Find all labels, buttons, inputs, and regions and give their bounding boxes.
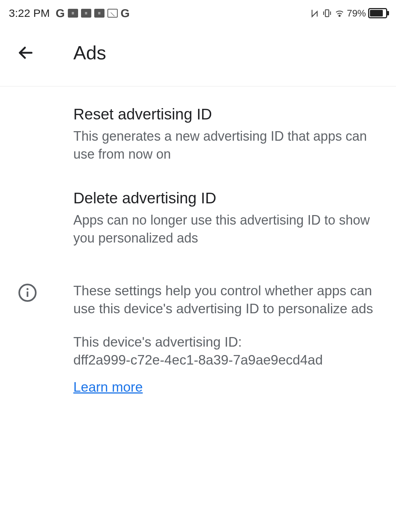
svg-rect-0 — [325, 10, 329, 17]
info-icon — [18, 283, 37, 303]
advertising-id-label: This device's advertising ID: — [73, 333, 378, 351]
google-icon: G — [121, 7, 130, 20]
nfc-icon — [309, 8, 320, 18]
info-icon-wrap — [15, 282, 73, 303]
google-icon: G — [56, 7, 65, 20]
back-button[interactable] — [15, 42, 37, 64]
battery-icon — [368, 8, 387, 18]
setting-desc: This generates a new advertising ID that… — [73, 128, 378, 163]
back-arrow-icon — [17, 44, 34, 62]
app-bar: Ads — [0, 26, 396, 86]
learn-more-link[interactable]: Learn more — [73, 380, 143, 395]
content: Reset advertising ID This generates a ne… — [0, 86, 396, 395]
status-right: 79% — [309, 8, 387, 19]
setting-title: Delete advertising ID — [73, 189, 378, 207]
battery-percent: 79% — [347, 8, 366, 19]
reset-advertising-id[interactable]: Reset advertising ID This generates a ne… — [73, 106, 378, 189]
page-title: Ads — [73, 42, 106, 64]
status-bar: 3:22 PM G ≡ ≡ ≡ G 79% — [0, 0, 396, 26]
advertising-id-value: dff2a999-c72e-4ec1-8a39-7a9ae9ecd4ad — [73, 351, 378, 369]
svg-point-1 — [339, 15, 340, 16]
setting-title: Reset advertising ID — [73, 106, 378, 123]
delete-advertising-id[interactable]: Delete advertising ID Apps can no longer… — [73, 189, 378, 273]
info-section: These settings help you control whether … — [15, 273, 378, 395]
vibrate-icon — [322, 8, 332, 18]
status-time: 3:22 PM — [9, 7, 50, 19]
picture-icon — [107, 9, 118, 18]
news-icon: ≡ — [81, 9, 91, 18]
news-icon: ≡ — [94, 9, 104, 18]
info-text-block: These settings help you control whether … — [73, 282, 378, 395]
info-explain: These settings help you control whether … — [73, 282, 378, 318]
news-icon: ≡ — [68, 9, 78, 18]
svg-point-5 — [26, 288, 28, 290]
wifi-icon — [334, 8, 345, 18]
setting-desc: Apps can no longer use this advertising … — [73, 211, 378, 247]
status-left: 3:22 PM G ≡ ≡ ≡ G — [9, 7, 130, 20]
